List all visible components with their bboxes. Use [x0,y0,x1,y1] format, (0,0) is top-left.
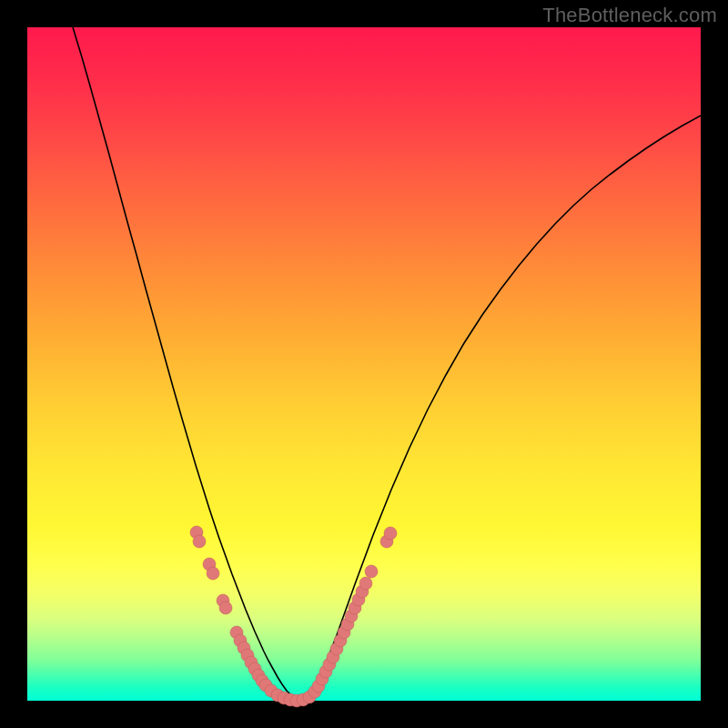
highlight-dot [207,567,219,580]
highlight-dot [359,577,372,590]
highlight-dot [365,565,378,578]
watermark-text: TheBottleneck.com [542,4,717,27]
chart-frame: TheBottleneck.com [0,0,728,728]
highlight-dot [219,602,232,614]
highlight-dot [384,527,397,540]
plot-area [27,27,701,701]
highlight-dot [193,535,206,548]
dots-layer [27,27,701,701]
